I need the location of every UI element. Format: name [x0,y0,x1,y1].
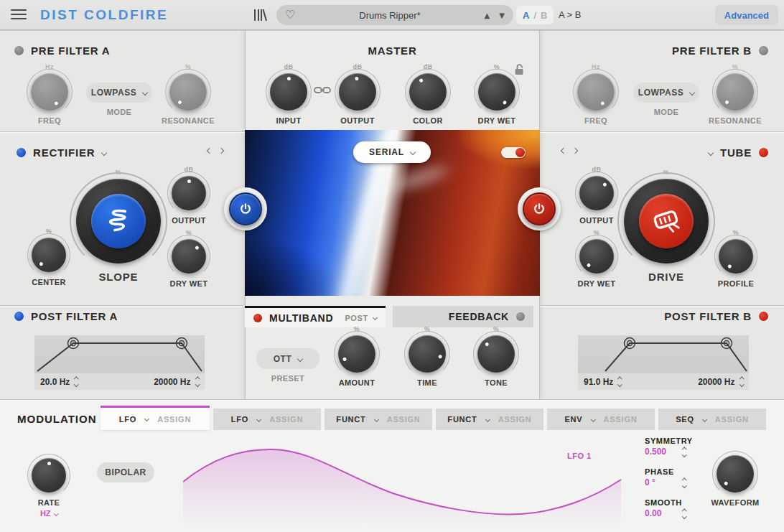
knob-cap[interactable] [32,458,66,493]
tube-output-knob[interactable]: dB OUTPUT [569,166,624,225]
prev-arrow-icon[interactable] [207,148,213,154]
hamburger-menu-icon[interactable] [11,9,27,21]
knob-cap[interactable] [717,73,754,111]
knob-cap[interactable] [270,73,307,111]
knob-cap[interactable] [577,73,615,111]
stepper-icon[interactable] [740,378,744,386]
tab-assign-label[interactable]: ASSIGN [269,415,303,424]
stepper-icon[interactable] [618,378,622,386]
rate-unit-dropdown[interactable]: HZ [40,509,57,518]
preset-name[interactable]: Drums Ripper* [295,10,484,21]
tab-assign-label[interactable]: ASSIGN [715,415,749,424]
knob-cap[interactable] [579,239,614,274]
chevron-down-icon[interactable] [256,416,261,421]
knob-cap[interactable] [339,73,376,111]
multiband-position-dropdown[interactable]: POST [345,314,376,322]
master-output-knob[interactable]: dB OUTPUT [330,63,385,125]
post-filter-b-led[interactable] [759,312,768,321]
feedback-led[interactable] [516,312,525,321]
chevron-down-icon[interactable] [485,416,490,421]
lfo-waveform-knob[interactable]: WAVEFORM [708,455,762,507]
stepper-icon[interactable] [196,378,200,386]
ab-toggle[interactable]: A / B [516,6,554,24]
multiband-led[interactable] [253,314,262,322]
knob-cap[interactable] [169,73,207,111]
tab-assign-label[interactable]: ASSIGN [157,415,191,424]
post-filter-b-high-field[interactable]: 20000 Hz [698,377,743,387]
high-freq-value[interactable]: 20000 Hz [154,377,190,387]
tube-led[interactable] [759,148,768,157]
knob-cap[interactable] [76,179,161,263]
library-icon[interactable] [253,9,267,24]
param-value[interactable]: 0.500 [645,447,708,457]
knob-cap[interactable] [624,179,709,263]
rectifier-model-arrows[interactable] [207,149,223,153]
pre-filter-b-freq-knob[interactable]: Hz FREQ [569,63,623,125]
master-color-knob[interactable]: dB COLOR [401,63,455,125]
mod-tab-env[interactable]: ENV ASSIGN [547,409,655,430]
mod-tab-funct-2[interactable]: FUNCT ASSIGN [436,409,543,430]
mod-tab-funct-1[interactable]: FUNCT ASSIGN [325,409,432,430]
ab-b-label[interactable]: B [541,10,547,21]
knob-cap[interactable] [478,73,515,111]
bipolar-button[interactable]: BIPOLAR [97,462,154,482]
multiband-tab[interactable]: MULTIBAND POST [245,306,386,327]
chevron-down-icon[interactable] [144,416,149,421]
link-icon[interactable] [314,85,331,98]
chevron-down-icon[interactable] [708,149,714,155]
smooth-stepper[interactable] [683,510,686,518]
pre-filter-a-led[interactable] [14,46,24,55]
master-input-knob[interactable]: dB INPUT [261,63,316,125]
pre-filter-a-freq-knob[interactable]: Hz FREQ [22,63,77,125]
mod-tab-seq[interactable]: SEQ ASSIGN [658,409,766,430]
post-filter-a-high-field[interactable]: 20000 Hz [154,377,199,387]
pre-filter-b-led[interactable] [759,46,768,55]
post-filter-a-graph[interactable] [34,335,205,373]
preset-next-icon[interactable]: ▼ [499,11,505,19]
knob-cap[interactable] [32,238,66,272]
knob-cap[interactable] [717,455,754,493]
symmetry-stepper[interactable] [683,448,686,456]
next-arrow-icon[interactable] [572,148,578,154]
mod-tab-lfo-2[interactable]: LFO ASSIGN [213,409,321,430]
rectifier-dry-wet-knob[interactable]: % DRY WET [162,229,216,288]
lfo-rate-knob[interactable]: RATE HZ [22,458,76,518]
tab-assign-label[interactable]: ASSIGN [498,415,532,424]
ab-copy-button[interactable]: A > B [559,9,581,20]
feedback-tone-knob[interactable]: % TONE [469,325,523,387]
knob-cap[interactable] [579,176,614,210]
post-filter-b-graph[interactable] [578,335,749,373]
prev-arrow-icon[interactable] [561,148,566,154]
tab-assign-label[interactable]: ASSIGN [604,415,638,424]
mod-tab-lfo-1[interactable]: LFO ASSIGN [101,406,210,430]
rectifier-slope-knob[interactable]: % SLOPE [72,169,165,283]
param-value[interactable]: 0.00 [645,508,708,518]
ab-a-label[interactable]: A [523,10,529,21]
unlock-icon[interactable] [514,63,524,78]
preset-browser[interactable]: ♡ Drums Ripper* ▲ ▼ [276,5,513,25]
multiband-preset-dropdown[interactable]: OTT [256,348,319,369]
pre-filter-a-resonance-knob[interactable]: % RESONANCE [161,63,215,125]
knob-cap[interactable] [477,335,515,373]
knob-cap[interactable] [172,176,206,210]
next-arrow-icon[interactable] [218,148,224,154]
pre-filter-b-resonance-knob[interactable]: % RESONANCE [708,63,762,125]
feedback-time-knob[interactable]: % TIME [400,325,454,387]
multiband-amount-knob[interactable]: % AMOUNT [330,325,384,387]
chevron-down-icon[interactable] [702,416,707,421]
chevron-down-icon[interactable] [374,416,379,421]
post-filter-b-low-field[interactable]: 91.0 Hz [584,377,622,387]
feedback-tab[interactable]: FEEDBACK [393,306,533,327]
post-filter-a-led[interactable] [14,312,24,321]
post-filter-a-low-field[interactable]: 20.0 Hz [40,377,78,387]
tube-power-button[interactable] [523,192,556,225]
tube-profile-knob[interactable]: % PROFILE [709,229,763,288]
low-freq-value[interactable]: 91.0 Hz [584,377,613,387]
routing-mode-dropdown[interactable]: SERIAL [353,141,431,163]
advanced-button[interactable]: Advanced [715,5,778,25]
feedback-route-toggle[interactable] [501,147,526,158]
rectifier-led[interactable] [17,148,26,157]
favorite-heart-icon[interactable]: ♡ [285,9,295,21]
knob-cap[interactable] [31,73,68,111]
rectifier-power-button[interactable] [229,192,262,225]
